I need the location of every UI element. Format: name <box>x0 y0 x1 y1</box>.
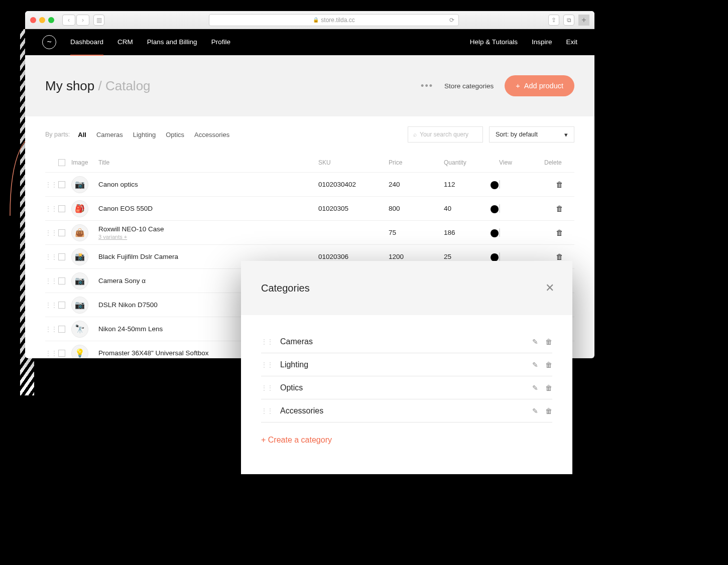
drag-handle-icon[interactable]: ⋮⋮ <box>261 361 273 368</box>
delete-icon[interactable]: 🗑 <box>545 407 552 415</box>
row-checkbox[interactable] <box>58 253 65 260</box>
category-name: Cameras <box>280 337 532 346</box>
store-categories-link[interactable]: Store categories <box>444 82 494 90</box>
edit-icon[interactable]: ✎ <box>532 407 538 415</box>
minimize-window-icon[interactable] <box>39 17 45 23</box>
drag-handle-icon[interactable]: ⋮⋮ <box>261 338 273 345</box>
reload-icon[interactable]: ⟳ <box>449 17 454 24</box>
section-name: Catalog <box>105 78 151 93</box>
edit-icon[interactable]: ✎ <box>532 338 538 346</box>
delete-icon[interactable]: 🗑 <box>544 204 574 213</box>
traffic-lights <box>30 17 54 23</box>
close-icon[interactable]: ✕ <box>545 281 554 295</box>
product-title: Canon EOS 550D <box>98 205 318 212</box>
sort-label: Sort: by default <box>496 131 538 138</box>
nav-link-plans-and-billing[interactable]: Plans and Billing <box>147 38 197 47</box>
select-all-checkbox[interactable] <box>58 159 65 166</box>
drag-handle-icon[interactable]: ⋮⋮ <box>261 407 273 414</box>
drag-handle-icon[interactable]: ⋮⋮ <box>45 205 58 212</box>
search-input[interactable]: ⌕ Your search query <box>408 126 483 143</box>
nav-link-profile[interactable]: Profile <box>211 38 230 47</box>
close-window-icon[interactable] <box>30 17 36 23</box>
category-row: ⋮⋮Cameras✎🗑 <box>261 330 552 353</box>
category-row: ⋮⋮Accessories✎🗑 <box>261 399 552 422</box>
create-category-link[interactable]: + Create a category <box>261 436 552 445</box>
page-header: My shop / Catalog ••• Store categories +… <box>25 55 594 116</box>
row-checkbox[interactable] <box>58 302 65 309</box>
product-title-cell[interactable]: Canon EOS 550D <box>98 205 318 212</box>
drag-handle-icon[interactable]: ⋮⋮ <box>45 350 58 357</box>
nav-link-crm[interactable]: CRM <box>117 38 133 47</box>
delete-icon[interactable]: 🗑 <box>545 338 552 346</box>
row-checkbox[interactable] <box>58 350 65 357</box>
search-placeholder: Your search query <box>420 131 468 138</box>
delete-icon[interactable]: 🗑 <box>544 228 574 237</box>
category-name: Optics <box>280 383 532 392</box>
add-product-button[interactable]: + Add product <box>505 75 574 96</box>
drag-handle-icon[interactable]: ⋮⋮ <box>45 277 58 285</box>
row-checkbox[interactable] <box>58 181 65 188</box>
drag-handle-icon[interactable]: ⋮⋮ <box>261 384 273 391</box>
edit-icon[interactable]: ✎ <box>532 361 538 369</box>
product-thumb: 📷 <box>71 176 88 193</box>
delete-icon[interactable]: 🗑 <box>544 252 574 261</box>
tilda-logo[interactable]: ~ <box>42 35 56 49</box>
row-checkbox[interactable] <box>58 277 65 285</box>
product-thumb: 👜 <box>71 224 88 241</box>
lock-icon: 🔒 <box>313 17 319 23</box>
delete-icon[interactable]: 🗑 <box>545 361 552 369</box>
share-button[interactable]: ⇪ <box>548 15 559 26</box>
category-name: Accessories <box>280 406 532 415</box>
col-price: Price <box>389 159 444 166</box>
col-view: View <box>499 159 544 166</box>
product-thumb: 💡 <box>71 345 88 359</box>
drag-handle-icon[interactable]: ⋮⋮ <box>45 326 58 333</box>
browser-chrome: ‹ › ▥ 🔒 store.tilda.cc ⟳ ⇪ ⧉ + <box>25 11 594 29</box>
visibility-toggle[interactable] <box>499 204 500 213</box>
row-checkbox[interactable] <box>58 229 65 236</box>
filter-chip-lighting[interactable]: Lighting <box>133 131 156 138</box>
product-price: 1200 <box>389 253 444 260</box>
col-image: Image <box>71 159 98 166</box>
filter-chip-all[interactable]: All <box>78 131 86 138</box>
nav-link-dashboard[interactable]: Dashboard <box>70 38 103 47</box>
drag-handle-icon[interactable]: ⋮⋮ <box>45 181 58 188</box>
maximize-window-icon[interactable] <box>48 17 54 23</box>
new-tab-button[interactable]: + <box>578 15 589 26</box>
drag-handle-icon[interactable]: ⋮⋮ <box>45 302 58 309</box>
drag-handle-icon[interactable]: ⋮⋮ <box>45 253 58 260</box>
row-checkbox[interactable] <box>58 326 65 333</box>
category-name: Lighting <box>280 360 532 369</box>
filter-chip-cameras[interactable]: Cameras <box>96 131 123 138</box>
delete-icon[interactable]: 🗑 <box>544 180 574 189</box>
product-thumb: 📸 <box>71 248 88 265</box>
address-bar[interactable]: 🔒 store.tilda.cc ⟳ <box>209 14 459 26</box>
nav-link-help-tutorials[interactable]: Help & Tutorials <box>470 38 518 47</box>
product-title-cell[interactable]: Canon optics <box>98 181 318 188</box>
table-row: ⋮⋮👜Roxwill NEO-10 Case3 variants +75186🗑 <box>45 221 574 245</box>
delete-icon[interactable]: 🗑 <box>545 384 552 392</box>
visibility-toggle[interactable] <box>499 228 500 237</box>
filter-chip-accessories[interactable]: Accessories <box>194 131 229 138</box>
forward-button[interactable]: › <box>76 15 89 26</box>
nav-link-inspire[interactable]: Inspire <box>532 38 552 47</box>
product-title-cell[interactable]: Black Fujifilm Dslr Camera <box>98 253 318 260</box>
more-menu-icon[interactable]: ••• <box>421 81 433 91</box>
visibility-toggle[interactable] <box>499 252 500 261</box>
sort-dropdown[interactable]: Sort: by default ▾ <box>489 126 574 143</box>
product-sku: 01020305 <box>318 205 389 212</box>
table-header-row: Image Title SKU Price Quantity View Dele… <box>45 153 574 173</box>
visibility-toggle[interactable] <box>499 180 500 189</box>
edit-icon[interactable]: ✎ <box>532 384 538 392</box>
nav-link-exit[interactable]: Exit <box>566 38 577 47</box>
popover-header: Categories ✕ <box>241 261 572 315</box>
tabs-button[interactable]: ⧉ <box>563 15 574 26</box>
row-checkbox[interactable] <box>58 205 65 212</box>
sidebar-toggle-button[interactable]: ▥ <box>93 15 104 26</box>
app-header: ~ DashboardCRMPlans and BillingProfile H… <box>25 29 594 55</box>
drag-handle-icon[interactable]: ⋮⋮ <box>45 229 58 236</box>
product-title-cell[interactable]: Roxwill NEO-10 Case3 variants + <box>98 225 318 240</box>
variants-link[interactable]: 3 variants + <box>98 234 318 240</box>
back-button[interactable]: ‹ <box>62 15 75 26</box>
filter-chip-optics[interactable]: Optics <box>166 131 184 138</box>
